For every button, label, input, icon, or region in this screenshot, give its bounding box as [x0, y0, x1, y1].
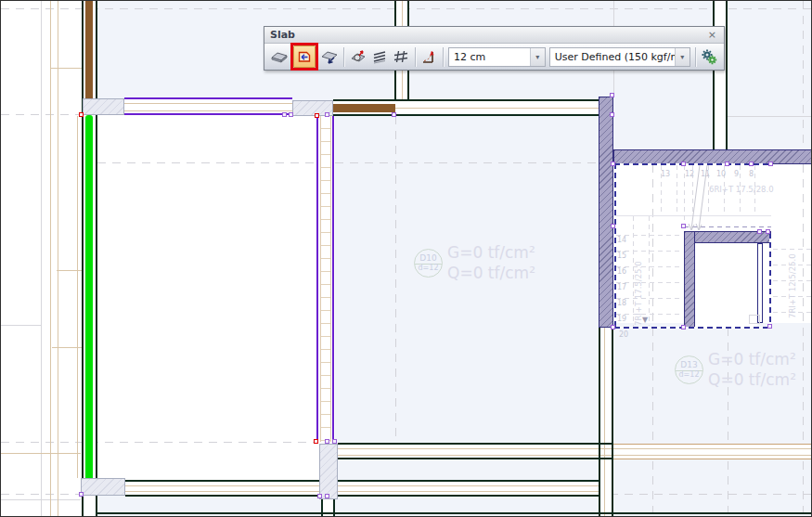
- node-marker[interactable]: [681, 325, 686, 330]
- slab-load-combo[interactable]: User Defined (150 kgf/m²) ▾: [549, 47, 690, 67]
- column[interactable]: [319, 444, 338, 499]
- slope-angle-icon: [420, 48, 437, 65]
- chevron-down-icon[interactable]: ▾: [675, 48, 690, 66]
- slab-thickness: d=12: [676, 370, 702, 380]
- toolbar-separator: [415, 47, 416, 67]
- wall-fill-brown: [333, 104, 395, 112]
- node-marker[interactable]: [681, 162, 686, 166]
- slope-lines-button[interactable]: [368, 45, 390, 68]
- beam-line: [338, 455, 812, 456]
- node-marker[interactable]: [749, 162, 754, 166]
- grid-line: [1, 325, 41, 326]
- stair-number: 10: [716, 171, 726, 178]
- cad-canvas[interactable]: ▼ 13 12 11 10 9 8 14 15 16 17 18 19 20 6…: [0, 0, 812, 517]
- node-marker[interactable]: [317, 494, 322, 498]
- selected-beam-edge[interactable]: [332, 116, 334, 443]
- grid-line: [395, 116, 396, 444]
- node-marker[interactable]: [325, 494, 329, 498]
- column[interactable]: [81, 478, 125, 496]
- close-icon[interactable]: ×: [706, 29, 718, 41]
- slope-hash-button[interactable]: [390, 45, 411, 68]
- node-marker-red[interactable]: [79, 112, 84, 117]
- slab-label-bubble[interactable]: D10 d=12: [414, 249, 443, 278]
- beam-line: [1, 453, 81, 454]
- node-marker[interactable]: [610, 112, 614, 117]
- stair-number: 20: [619, 331, 628, 339]
- stair-number: 19: [617, 316, 626, 323]
- column[interactable]: [83, 98, 124, 115]
- beam-line: [125, 485, 599, 486]
- slab-id: D10: [419, 254, 436, 264]
- stair-number: 16: [617, 268, 626, 276]
- settings-button[interactable]: [699, 45, 720, 68]
- node-marker[interactable]: [725, 162, 729, 166]
- beam-line: [124, 110, 292, 111]
- node-marker[interactable]: [757, 229, 762, 234]
- slab-load-q: Q=0 tf/cm²: [447, 264, 535, 283]
- node-marker[interactable]: [325, 439, 329, 444]
- slab-load-g: G=0 tf/cm²: [708, 350, 796, 369]
- beam-line: [50, 1, 51, 517]
- node-marker[interactable]: [282, 112, 287, 117]
- toolbar-separator: [695, 47, 696, 67]
- node-marker[interactable]: [611, 224, 615, 228]
- slab-toolbar-window[interactable]: Slab ×: [264, 26, 725, 71]
- node-marker[interactable]: [766, 229, 770, 234]
- slab-by-edge-button[interactable]: [293, 45, 315, 68]
- node-marker[interactable]: [611, 162, 615, 166]
- slab-icon: [271, 48, 288, 65]
- slope-angle-button[interactable]: [419, 45, 440, 68]
- wall-hatch-ladder: [320, 116, 331, 442]
- wall-edge: [726, 1, 728, 149]
- slab-toolbar-titlebar[interactable]: Slab ×: [264, 27, 724, 44]
- slab-label-bubble[interactable]: D13 d=12: [675, 355, 703, 384]
- stair-flight-text: 7RI+T 12.5/25.0: [789, 253, 797, 318]
- wall-interior: [338, 445, 812, 459]
- selected-beam-edge[interactable]: [124, 97, 292, 99]
- node-marker[interactable]: [392, 112, 396, 117]
- beam-line: [395, 108, 613, 109]
- grid-line: [728, 116, 812, 117]
- selected-beam-edge[interactable]: [316, 116, 318, 443]
- node-marker[interactable]: [79, 492, 84, 497]
- shear-wall[interactable]: [613, 149, 812, 164]
- slab-axes-icon: [350, 48, 367, 65]
- node-marker[interactable]: [768, 162, 773, 166]
- beam-line: [77, 116, 78, 478]
- node-marker[interactable]: [611, 325, 615, 330]
- slab-thickness-combo[interactable]: 12 cm ▾: [448, 47, 546, 67]
- node-marker[interactable]: [325, 112, 329, 117]
- selected-beam-edge[interactable]: [124, 113, 292, 115]
- slab-button[interactable]: [268, 45, 290, 68]
- wall-edge: [333, 114, 613, 116]
- wall-edge: [713, 1, 715, 149]
- shear-wall[interactable]: [599, 97, 613, 328]
- node-marker[interactable]: [767, 324, 772, 329]
- stair-number: 8: [749, 171, 754, 178]
- slab-axes-button[interactable]: [347, 45, 368, 68]
- node-marker-red[interactable]: [314, 439, 318, 444]
- beam-line: [50, 68, 83, 69]
- wall-interior: [599, 323, 612, 517]
- node-marker-red[interactable]: [315, 113, 319, 118]
- slab-by-point-button[interactable]: [319, 45, 341, 68]
- beam-line: [58, 1, 58, 517]
- wall-edge: [612, 323, 613, 517]
- selected-wall-green[interactable]: [85, 115, 93, 481]
- grid-line: [1, 442, 317, 443]
- node-marker[interactable]: [681, 224, 686, 228]
- stair-number: 13: [661, 171, 670, 178]
- wall-interior: [124, 99, 292, 114]
- wall-edge: [321, 499, 323, 517]
- wall-edge: [82, 1, 84, 517]
- chevron-down-icon[interactable]: ▾: [530, 48, 545, 66]
- node-marker[interactable]: [332, 439, 337, 444]
- node-marker[interactable]: [289, 112, 293, 117]
- wall-edge: [125, 480, 599, 482]
- wall-edge: [599, 323, 600, 517]
- node-marker[interactable]: [610, 93, 614, 97]
- stair-number: 12: [685, 171, 694, 178]
- toolbar-separator: [443, 47, 444, 67]
- wall-edge: [338, 443, 613, 445]
- beam-line: [338, 448, 812, 449]
